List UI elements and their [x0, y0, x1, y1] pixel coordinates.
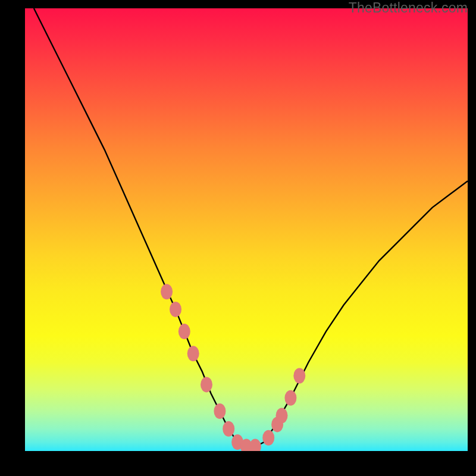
marker-point — [249, 439, 261, 451]
curve-layer — [25, 8, 468, 451]
marker-group — [161, 284, 305, 451]
marker-point — [284, 390, 296, 406]
marker-point — [214, 403, 226, 419]
watermark-text: TheBottleneck.com — [349, 0, 468, 16]
bottleneck-curve — [34, 8, 468, 447]
chart-frame: TheBottleneck.com — [0, 0, 476, 476]
marker-point — [262, 430, 274, 446]
marker-point — [201, 377, 212, 392]
plot-area — [25, 8, 468, 451]
marker-point — [178, 324, 190, 339]
marker-point — [187, 346, 199, 361]
marker-point — [223, 421, 234, 437]
marker-point — [293, 368, 305, 384]
marker-point — [276, 408, 288, 424]
marker-point — [170, 302, 181, 317]
marker-point — [161, 284, 173, 299]
